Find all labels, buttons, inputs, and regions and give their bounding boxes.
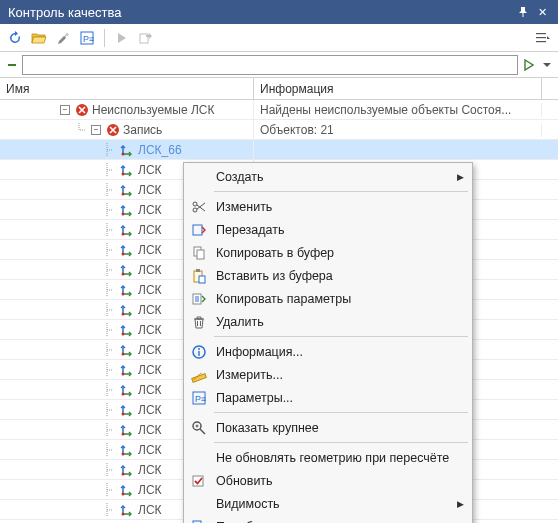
tree-label: ЛСК [138,243,162,257]
coord-system-icon [119,303,135,317]
svg-point-14 [122,272,125,275]
search-go-icon[interactable] [520,54,538,76]
svg-point-13 [122,252,125,255]
coord-system-icon [119,503,135,517]
svg-rect-3 [536,33,546,34]
ctx-item-zoom[interactable]: Показать крупнее [186,416,470,439]
export-icon[interactable] [135,27,157,49]
coord-system-icon [119,443,135,457]
column-header-name[interactable]: Имя [0,78,254,99]
ctx-item-copy[interactable]: Копировать в буфер [186,241,470,264]
ctx-label: Создать [216,170,457,184]
wrench-icon[interactable] [52,27,74,49]
branch-line-icon [104,303,114,317]
branch-line-icon [104,323,114,337]
svg-point-15 [122,292,125,295]
ctx-label: Изменить [216,200,464,214]
reassign-icon [188,219,210,241]
coord-system-icon [119,243,135,257]
branch-line-icon [104,463,114,477]
search-bar [0,52,558,78]
context-menu-separator [214,336,468,337]
tree-label: ЛСК [138,463,162,477]
tree-label: ЛСК [138,183,162,197]
close-icon[interactable]: ✕ [534,6,550,19]
tree-label: ЛСК [138,223,162,237]
tree-row-selected[interactable]: ЛСК_66 [0,140,558,160]
svg-rect-29 [193,225,202,235]
search-more-icon[interactable] [540,54,554,76]
ctx-item-info[interactable]: Информация... [186,340,470,363]
branch-end-icon [76,123,86,137]
branch-line-icon [104,503,114,517]
blank-icon [188,166,210,188]
search-input[interactable] [22,55,518,75]
tree-label: ЛСК [138,423,162,437]
tree-label: ЛСК_66 [138,143,182,157]
column-header-info[interactable]: Информация [254,78,542,99]
svg-point-16 [122,312,125,315]
coord-system-icon [119,283,135,297]
folder-open-icon[interactable] [28,27,50,49]
titlebar: Контроль качества ✕ [0,0,558,24]
svg-rect-33 [196,269,200,272]
branch-line-icon [104,263,114,277]
ctx-item-copy-params[interactable]: Копировать параметры [186,287,470,310]
tree-label: ЛСК [138,203,162,217]
ctx-label: Информация... [216,345,464,359]
params-toolbar-icon[interactable]: P≡ [76,27,98,49]
ctx-item-create[interactable]: Создать▶ [186,165,470,188]
expander-minus-icon[interactable]: − [60,105,70,115]
checkbox-icon [188,470,210,492]
svg-point-19 [122,372,125,375]
tree-row-root[interactable]: − Неиспользуемые ЛСК Найдены неиспользуе… [0,100,558,120]
coord-system-icon [119,403,135,417]
ctx-item-delete[interactable]: Удалить [186,310,470,333]
coord-system-icon [119,163,135,177]
tree-label: Запись [123,123,162,137]
play-icon[interactable] [111,27,133,49]
branch-line-icon [104,403,114,417]
svg-rect-4 [536,37,546,38]
ctx-item-edit[interactable]: Изменить [186,195,470,218]
coord-system-icon [119,203,135,217]
error-icon [106,123,120,137]
ctx-item-measure[interactable]: Измерить... [186,363,470,386]
svg-point-21 [122,412,125,415]
branch-line-icon [104,423,114,437]
toolbar: P≡ [0,24,558,52]
ctx-label: Параметры... [216,391,464,405]
svg-point-38 [198,348,200,350]
scissors-icon [188,196,210,218]
copy-icon [188,242,210,264]
context-menu-separator [214,412,468,413]
branch-line-icon [104,183,114,197]
branch-line-icon [104,243,114,257]
ctx-label: Преобразование [216,520,457,524]
coord-system-icon [119,483,135,497]
branch-line-icon [104,383,114,397]
svg-point-23 [122,452,125,455]
ctx-item-reassign[interactable]: Перезадать [186,218,470,241]
ctx-item-refresh[interactable]: Обновить [186,469,470,492]
coord-system-icon [119,143,135,157]
context-menu-separator [214,191,468,192]
pin-icon[interactable] [518,7,534,17]
ctx-label: Копировать в буфер [216,246,464,260]
ctx-item-params[interactable]: P≡Параметры... [186,386,470,409]
tree-label: ЛСК [138,263,162,277]
svg-rect-5 [536,41,546,42]
expander-minus-icon[interactable]: − [91,125,101,135]
tree-row-record[interactable]: − Запись Объектов: 21 [0,120,558,140]
search-dropdown-icon[interactable] [4,54,20,76]
ctx-item-no-update[interactable]: Не обновлять геометрию при пересчёте [186,446,470,469]
branch-line-icon [104,143,114,157]
ctx-item-visibility[interactable]: Видимость▶ [186,492,470,515]
coord-system-icon [119,183,135,197]
ctx-item-transform[interactable]: Преобразование▶ [186,515,470,523]
ctx-item-paste[interactable]: Вставить из буфера [186,264,470,287]
svg-point-9 [122,172,125,175]
refresh-icon[interactable] [4,27,26,49]
list-options-icon[interactable] [532,27,554,49]
column-header-row: Имя Информация [0,78,558,100]
